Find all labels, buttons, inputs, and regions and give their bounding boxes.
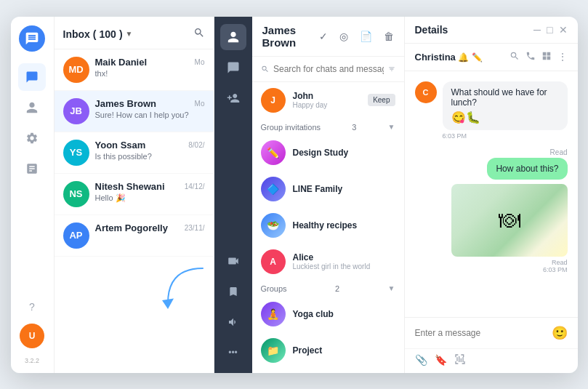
details-header: Details ─ □ ✕ — [405, 17, 578, 44]
conversation-maik-daniel[interactable]: MD Maik Daniel Mo thx! — [55, 49, 214, 91]
trash-icon[interactable]: 🗑 — [384, 31, 394, 42]
cs-add-person-icon[interactable] — [220, 85, 246, 111]
avatar: J — [261, 88, 286, 113]
groups-chevron[interactable]: ▼ — [388, 284, 395, 292]
circle-check-icon[interactable]: ◎ — [339, 31, 348, 42]
read-label: Read — [550, 148, 568, 156]
conv-name: James Brown — [95, 98, 157, 109]
message-bubble: How about this? — [487, 158, 567, 180]
app-version: 3.2.2 — [25, 357, 39, 364]
layout-icon[interactable] — [541, 51, 552, 63]
conv-name: Artem Pogorelly — [95, 222, 168, 233]
conv-name: Maik Daniel — [95, 57, 148, 68]
cs-chat-icon[interactable] — [220, 55, 246, 81]
message-time: 6:03 PM — [443, 132, 568, 140]
app-container: ? U 3.2.2 Inbox (100) ▼ MD Maik Daniel — [11, 17, 578, 373]
message-outgoing: Read How about this? Read 6:03 PM — [415, 148, 568, 273]
contact-name: LINE Family — [293, 184, 395, 194]
contact-design-study[interactable]: ✏️ Design Study — [252, 135, 404, 171]
conv-time: 23/11/ — [185, 224, 205, 232]
james-brown-name: James Brown — [262, 24, 307, 49]
cs-bookmark-icon[interactable] — [220, 278, 246, 305]
user-avatar[interactable]: U — [20, 324, 44, 348]
nav-stats-icon[interactable] — [18, 155, 46, 183]
message-input[interactable] — [415, 328, 546, 338]
nav-contacts-icon[interactable] — [18, 94, 46, 121]
contact-alice[interactable]: A Alice Luckiest girl in the world — [252, 244, 404, 280]
cs-more-icon[interactable]: ••• — [220, 340, 246, 366]
conv-preview: Is this possible? — [95, 152, 205, 161]
conv-preview: Hello 🎉 — [95, 193, 205, 203]
details-panel: Details ─ □ ✕ Christina 🔔 ✏️ — [405, 17, 578, 373]
contact-project[interactable]: 📁 Project — [252, 332, 404, 369]
avatar: NS — [63, 181, 89, 207]
contacts-sidebar: ••• — [214, 17, 252, 373]
nav-bar: ? U 3.2.2 — [11, 17, 55, 373]
conv-time: Mo — [195, 100, 205, 108]
checkmark-icon[interactable]: ✓ — [319, 31, 328, 42]
contact-name: Yoga club — [293, 309, 395, 319]
cs-person-icon[interactable] — [220, 24, 246, 50]
conv-name: Yoon Ssam — [95, 140, 146, 151]
message-bubble: What should we have for lunch? 😋🐛 — [443, 81, 568, 130]
groups-label: Groups — [261, 284, 287, 293]
contact-name: Alice — [293, 252, 395, 262]
contact-sub: Luckiest girl in the world — [293, 262, 395, 270]
nav-chat-icon[interactable] — [18, 63, 46, 91]
avatar: YS — [63, 140, 89, 166]
nav-help-icon[interactable]: ? — [18, 293, 46, 321]
cs-video-icon[interactable] — [220, 248, 246, 274]
nav-settings-icon[interactable] — [18, 124, 46, 152]
groups-section: Groups 2 ▼ — [252, 280, 404, 296]
chat-contact-name: Christina 🔔 ✏️ — [415, 52, 504, 63]
contact-sub: Happy day — [293, 101, 361, 109]
conv-time: 14/12/ — [185, 183, 205, 191]
contacts-search-bar[interactable] — [252, 57, 404, 82]
group-invitations-count: 3 — [352, 123, 356, 132]
keep-button[interactable]: Keep — [368, 94, 395, 106]
inbox-search-button[interactable] — [193, 27, 205, 41]
conv-time: 8/02/ — [188, 141, 204, 149]
expand-icon[interactable]: □ — [547, 24, 552, 36]
avatar: 🧘 — [261, 302, 286, 326]
group-invitations-section: Group invitations 3 ▼ — [252, 119, 404, 135]
avatar: 🥗 — [261, 213, 286, 238]
avatar: MD — [63, 57, 89, 83]
chat-messages: C What should we have for lunch? 😋🐛 6:03… — [405, 71, 578, 317]
conversation-nitesh-shewani[interactable]: NS Nitesh Shewani 14/12/ Hello 🎉 — [55, 174, 214, 215]
bookmark-footer-icon[interactable]: 🔖 — [435, 354, 447, 366]
contact-healthy-recipes[interactable]: 🥗 Healthy recipes — [252, 207, 404, 244]
group-invitations-chevron[interactable]: ▼ — [388, 123, 395, 131]
avatar: A — [261, 249, 286, 274]
inbox-title[interactable]: Inbox (100) ▼ — [63, 28, 133, 40]
conversation-yoon-ssam[interactable]: YS Yoon Ssam 8/02/ Is this possible? — [55, 132, 214, 174]
james-brown-header: James Brown ✓ ◎ 📄 🗑 — [252, 17, 404, 57]
group-invitations-label: Group invitations — [261, 123, 321, 132]
inbox-chevron-icon: ▼ — [126, 30, 133, 38]
avatar: 🔷 — [261, 177, 286, 201]
more-menu-icon[interactable]: ⋮ — [557, 51, 568, 63]
chat-footer-icons: 📎 🔖 — [405, 348, 578, 373]
contact-name: Design Study — [293, 148, 395, 158]
screenshot-icon[interactable] — [454, 353, 466, 367]
avatar: JB — [63, 98, 89, 124]
attachment-icon[interactable]: 📎 — [415, 354, 427, 366]
food-image — [451, 184, 568, 257]
document-icon[interactable]: 📄 — [360, 31, 372, 42]
avatar: AP — [63, 222, 89, 249]
contact-john[interactable]: J John Happy day Keep — [252, 82, 404, 119]
contacts-search-input[interactable] — [273, 64, 384, 74]
contact-yoga-club[interactable]: 🧘 Yoga club — [252, 296, 404, 332]
search-icon — [261, 64, 269, 74]
conversation-james-brown[interactable]: JB James Brown Mo Sure! How can I help y… — [55, 91, 214, 132]
conversation-artem-pogorelly[interactable]: AP Artem Pogorelly 23/11/ — [55, 215, 214, 257]
conv-preview: thx! — [95, 69, 205, 78]
search-chat-icon[interactable] — [510, 51, 520, 63]
cs-speaker-icon[interactable] — [220, 309, 246, 335]
contact-line-family[interactable]: 🔷 LINE Family — [252, 171, 404, 207]
emoji-picker-icon[interactable]: 🙂 — [552, 325, 568, 341]
contacts-panel: James Brown ✓ ◎ 📄 🗑 J John Happy day Kee… — [252, 17, 405, 373]
close-icon[interactable]: ✕ — [559, 24, 568, 36]
phone-icon[interactable] — [525, 51, 536, 63]
minimize-icon[interactable]: ─ — [533, 24, 541, 36]
